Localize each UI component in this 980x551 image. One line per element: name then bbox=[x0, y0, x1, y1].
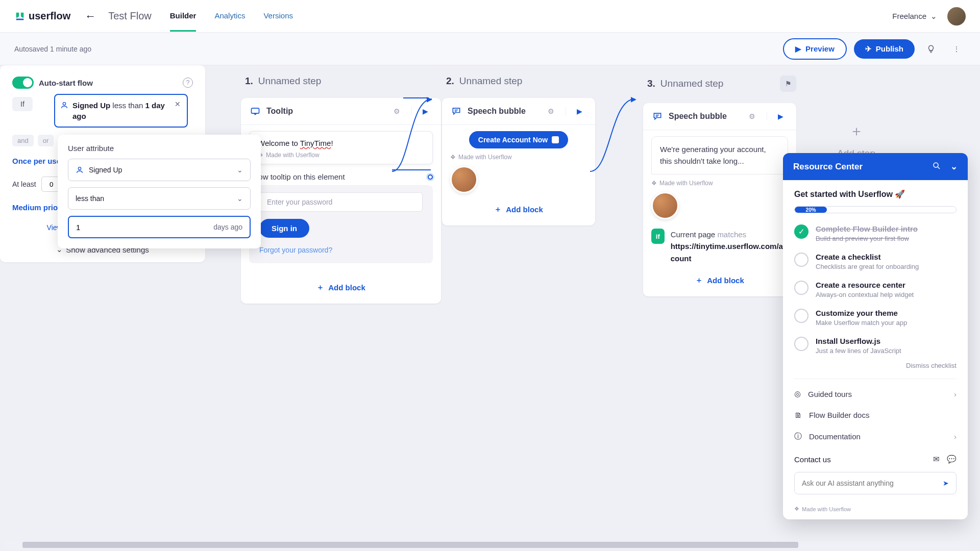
publish-button[interactable]: ✈ Publish bbox=[854, 39, 915, 59]
once-per-user-link[interactable]: Once per user bbox=[12, 157, 64, 165]
step-name[interactable]: Unnamed step bbox=[459, 76, 523, 87]
check-done-icon: ✓ bbox=[794, 224, 808, 239]
goal-flag-icon[interactable]: ⚑ bbox=[780, 76, 796, 92]
search-icon[interactable] bbox=[932, 161, 941, 172]
send-icon[interactable]: ➤ bbox=[943, 479, 949, 487]
element-preview: Enter your password Sign in Forgot your … bbox=[249, 185, 433, 263]
tab-versions[interactable]: Versions bbox=[263, 1, 293, 32]
help-icon[interactable]: ? bbox=[183, 78, 193, 88]
progress-bar: 20% bbox=[794, 206, 957, 213]
userflow-logo-icon bbox=[14, 11, 26, 22]
back-arrow-icon[interactable]: ← bbox=[85, 10, 96, 23]
speech-bubble-icon bbox=[451, 106, 461, 116]
add-block-button[interactable]: ＋Add block bbox=[643, 264, 796, 296]
contact-us-label: Contact us bbox=[794, 455, 831, 464]
tab-builder[interactable]: Builder bbox=[170, 1, 197, 32]
resource-center-panel: Resource Center ⌄ Get started with Userf… bbox=[783, 153, 968, 519]
value-unit: days ago bbox=[213, 223, 242, 231]
gear-icon[interactable]: ⚙ bbox=[749, 112, 755, 120]
ai-search-box[interactable]: ➤ bbox=[794, 472, 957, 494]
play-step-icon[interactable]: ▶ bbox=[566, 107, 586, 115]
workspace-selector[interactable]: Freelance ⌄ bbox=[892, 12, 937, 21]
operator-select[interactable]: less than ⌄ bbox=[68, 187, 251, 210]
preview-button[interactable]: ▶ Preview bbox=[783, 38, 847, 60]
user-icon bbox=[60, 101, 68, 109]
attribute-value: Signed Up bbox=[89, 166, 122, 174]
operator-value: less than bbox=[76, 194, 104, 203]
cta-button[interactable]: Create Account Now bbox=[469, 131, 568, 148]
gear-icon[interactable]: ⚙ bbox=[548, 107, 554, 115]
autostart-toggle[interactable] bbox=[12, 77, 34, 89]
documentation-link[interactable]: ⓘDocumentation› bbox=[794, 425, 957, 447]
step-number: 2. bbox=[446, 76, 454, 87]
value-input[interactable] bbox=[76, 223, 213, 232]
plus-icon: ＋ bbox=[695, 276, 703, 285]
guided-tours-link[interactable]: ◎Guided tours› bbox=[794, 383, 957, 405]
flow-title[interactable]: Test Flow bbox=[108, 10, 151, 22]
checklist-item-title: Customize your theme bbox=[816, 309, 907, 317]
persona-avatar[interactable] bbox=[651, 192, 679, 219]
brand-text: userflow bbox=[29, 10, 70, 22]
mock-password-input: Enter your password bbox=[259, 192, 423, 212]
or-pill[interactable]: or bbox=[38, 135, 54, 146]
app-header: userflow ← Test Flow Builder Analytics V… bbox=[0, 0, 980, 33]
resource-center-title: Resource Center bbox=[793, 162, 863, 172]
autostart-label: Auto-start flow bbox=[39, 79, 93, 87]
step-type-label: Speech bubble bbox=[468, 107, 526, 116]
check-todo-icon bbox=[794, 281, 808, 295]
ai-search-input[interactable] bbox=[802, 479, 943, 487]
checklist-item-title: Create a checklist bbox=[816, 253, 919, 261]
checklist-heading: Get started with Userflow 🚀 bbox=[794, 189, 957, 199]
plus-icon: ＋ bbox=[494, 205, 502, 214]
add-block-button[interactable]: ＋Add block bbox=[442, 193, 595, 226]
step-name[interactable]: Unnamed step bbox=[660, 78, 724, 89]
user-icon bbox=[76, 166, 84, 174]
chat-icon[interactable]: 💬 bbox=[947, 455, 957, 464]
step-number: 1. bbox=[245, 76, 253, 87]
checklist-item[interactable]: Customize your themeMake Userflow match … bbox=[794, 309, 957, 327]
checklist-item[interactable]: Create a resource centerAlways-on contex… bbox=[794, 281, 957, 298]
checklist-item[interactable]: ✓Complete Flow Builder introBuild and pr… bbox=[794, 224, 957, 242]
checklist-item[interactable]: Create a checklistChecklists are great f… bbox=[794, 253, 957, 270]
svg-point-3 bbox=[934, 163, 938, 167]
add-block-button[interactable]: ＋Add block bbox=[241, 271, 441, 304]
condition-chip[interactable]: Signed Up less than 1 day ago ✕ bbox=[54, 94, 188, 128]
step-card: Speech bubble ⚙ ▶ We're generating your … bbox=[643, 103, 796, 296]
dismiss-checklist-link[interactable]: Dismiss checklist bbox=[794, 362, 957, 369]
step-card: Speech bubble ⚙ ▶ Create Account Now ❖Ma… bbox=[442, 98, 595, 226]
chevron-down-icon: ⌄ bbox=[237, 194, 243, 203]
persona-avatar[interactable] bbox=[450, 166, 478, 193]
chevron-right-icon: › bbox=[954, 390, 957, 398]
workspace-name: Freelance bbox=[892, 12, 926, 20]
attribute-editor-popover: User attribute Signed Up ⌄ less than ⌄ d… bbox=[58, 135, 261, 248]
anchor-handle-icon bbox=[552, 136, 559, 143]
mail-icon[interactable]: ✉ bbox=[933, 455, 940, 464]
attribute-select[interactable]: Signed Up ⌄ bbox=[68, 159, 251, 181]
if-badge: if bbox=[651, 229, 665, 244]
if-pill[interactable]: If bbox=[12, 97, 33, 111]
builder-canvas[interactable]: ▶ ▶ Auto-start flow ? If Signed Up less … bbox=[0, 65, 980, 551]
speech-text-preview[interactable]: We're generating your account, this shou… bbox=[651, 136, 788, 174]
tab-analytics[interactable]: Analytics bbox=[214, 1, 245, 32]
check-todo-icon bbox=[794, 309, 808, 323]
more-menu-icon[interactable]: ⋮ bbox=[947, 40, 966, 58]
and-pill[interactable]: and bbox=[12, 135, 34, 146]
checklist-item-title: Create a resource center bbox=[816, 281, 914, 289]
play-step-icon[interactable]: ▶ bbox=[767, 112, 787, 120]
condition-block[interactable]: if Current page matches https://tinytime… bbox=[651, 229, 788, 264]
checklist-item-subtitle: Always-on contextual help widget bbox=[816, 291, 914, 298]
checklist-item[interactable]: Install Userflow.jsJust a few lines of J… bbox=[794, 337, 957, 355]
hint-icon[interactable] bbox=[922, 40, 940, 58]
step-type-label: Tooltip bbox=[266, 107, 293, 116]
brand-logo: userflow bbox=[14, 10, 70, 22]
step-name[interactable]: Unnamed step bbox=[258, 76, 322, 87]
horizontal-scrollbar[interactable] bbox=[4, 541, 968, 549]
remove-condition-icon[interactable]: ✕ bbox=[175, 100, 181, 108]
svg-point-1 bbox=[78, 167, 81, 170]
flow-builder-docs-link[interactable]: 🗎Flow Builder docs bbox=[794, 405, 957, 425]
svg-rect-2 bbox=[252, 108, 259, 113]
preview-label: Preview bbox=[805, 44, 835, 53]
plus-icon: ＋ bbox=[316, 283, 324, 292]
collapse-icon[interactable]: ⌄ bbox=[950, 161, 958, 172]
user-avatar[interactable] bbox=[947, 7, 966, 26]
